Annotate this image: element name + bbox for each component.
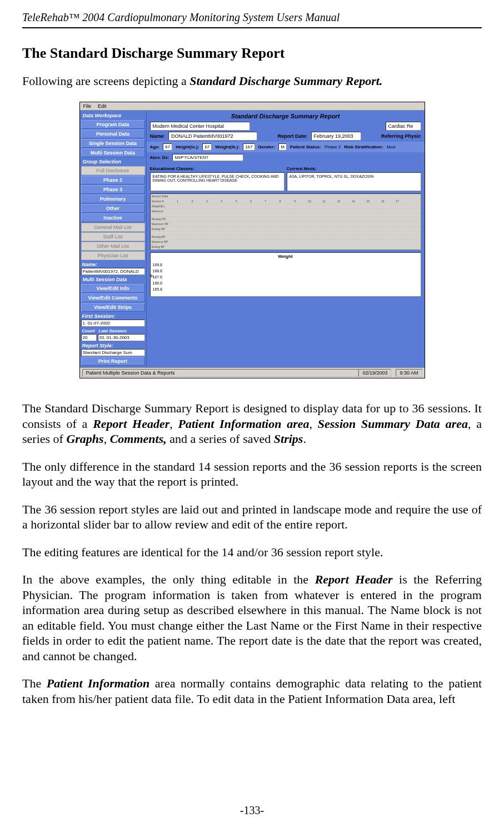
sidebar-last-session-label: Last Session: bbox=[98, 327, 145, 333]
sidebar-item-other-mail: Other Mail List bbox=[81, 242, 145, 251]
table-row-label: Maximum HR bbox=[152, 222, 171, 226]
paragraph-2: The only difference in the standard 14 s… bbox=[22, 459, 482, 490]
emphasis: Patient Information bbox=[47, 676, 150, 690]
weight-chart: Weight lb. 169.8 168.8 167.0 166.0 165.8 bbox=[150, 252, 421, 297]
sidebar-last-session-input[interactable]: 20. 01-30-2003 bbox=[98, 334, 145, 341]
sidebar-item-pulmonary[interactable]: Pulmonary bbox=[81, 194, 145, 203]
y-tick: 165.8 bbox=[153, 286, 163, 292]
sidebar-group-group-selection: Group Selection bbox=[81, 158, 145, 166]
paragraph-1: The Standard Discharge Summary Report is… bbox=[22, 401, 482, 447]
menu-edit[interactable]: Edit bbox=[98, 103, 107, 109]
header-rule bbox=[22, 27, 482, 28]
sidebar-item-physician-list: Physician List bbox=[81, 251, 145, 260]
statusbar: Patient Multiple Session Data & Reports … bbox=[80, 367, 425, 378]
edu-title: Educational Classes: bbox=[150, 165, 285, 172]
y-tick: 166.0 bbox=[153, 280, 163, 286]
sidebar-item-phase2[interactable]: Phase 2 bbox=[81, 176, 145, 184]
sidebar-item-personal-data[interactable]: Personal Data bbox=[81, 129, 145, 138]
status-label: Patient Status: bbox=[290, 144, 321, 149]
sidebar-report-style-input[interactable]: Standard Discharge Sum bbox=[81, 349, 145, 356]
height-label: Height(in.): bbox=[176, 144, 199, 149]
sidebar-item-other[interactable]: Other bbox=[81, 204, 145, 213]
y-tick: 169.8 bbox=[153, 262, 163, 268]
section-title: The Standard Discharge Summary Report bbox=[22, 45, 482, 62]
report-header-row1: Modern Medical Center Hospital Cardiac R… bbox=[147, 122, 425, 132]
sidebar-item-single-session[interactable]: Single Session Data bbox=[81, 139, 145, 148]
sidebar: Data Workspace Program Data Personal Dat… bbox=[80, 111, 147, 367]
text: The bbox=[22, 676, 47, 690]
table-row-label: Session Date bbox=[152, 194, 171, 198]
status-time: 9:30 AM bbox=[396, 369, 422, 377]
report-title: Standard Discharge Summary Report bbox=[147, 111, 425, 122]
hospital-name-field[interactable]: Modern Medical Center Hospital bbox=[150, 122, 250, 131]
sidebar-item-inactive[interactable]: Inactive bbox=[81, 213, 145, 222]
sidebar-name-input[interactable]: PatientMV001972, DONALD bbox=[81, 268, 145, 275]
height-input[interactable]: 67 bbox=[202, 143, 212, 151]
table-row-label: Ending BP bbox=[152, 245, 171, 248]
emphasis: Session Summary Data area bbox=[318, 417, 468, 431]
abrv-input[interactable]: MI/PTCA/STENT bbox=[172, 154, 243, 161]
sidebar-item-view-edit-info[interactable]: View/Edit Info bbox=[81, 284, 145, 293]
sidebar-item-multi-session[interactable]: Multi Session Data bbox=[81, 148, 145, 157]
session-data-table[interactable]: Session Date················· Session #1… bbox=[150, 193, 421, 250]
sidebar-group-multi-session-data: Multi Session Data bbox=[81, 276, 145, 283]
weight-label: Weight(lb.): bbox=[215, 144, 239, 149]
menu-file[interactable]: File bbox=[83, 103, 92, 109]
status-date: 02/19/2003 bbox=[358, 369, 391, 377]
report-date-label: Report Date: bbox=[277, 133, 307, 139]
cardiac-field[interactable]: Cardiac Re bbox=[386, 122, 421, 131]
meds-content[interactable]: ASA, LIPITOR, TOPROL, NTG SL, DOXAZOSIN bbox=[287, 172, 421, 191]
sidebar-item-staff-list: Staff List bbox=[81, 232, 145, 241]
page-number: -133- bbox=[0, 804, 504, 817]
age-input[interactable]: 67 bbox=[163, 143, 172, 151]
table-row-label: Ending HR bbox=[152, 227, 171, 231]
sidebar-item-print-report[interactable]: Print Report bbox=[81, 357, 145, 366]
emphasis: Report Header bbox=[315, 572, 393, 586]
edu-content[interactable]: EATING FOR A HEALTHY LIFESTYLE, PULSE CH… bbox=[150, 172, 285, 191]
risk-label: Risk Stratification: bbox=[344, 144, 383, 149]
edu-meds-row: Educational Classes: EATING FOR A HEALTH… bbox=[147, 163, 425, 192]
text: , bbox=[309, 417, 317, 431]
emphasis: Graphs bbox=[66, 432, 103, 446]
sidebar-item-view-edit-comments[interactable]: View/Edit Comments bbox=[81, 293, 145, 302]
report-date-field: February 19,2003 bbox=[311, 132, 361, 141]
table-row-label: Weight(lb.) bbox=[152, 204, 171, 208]
text: , bbox=[104, 432, 110, 446]
sidebar-first-session-input[interactable]: 1. 01-07-2002 bbox=[81, 320, 145, 327]
sidebar-group-data-workspace: Data Workspace bbox=[81, 112, 145, 119]
sidebar-first-session-label: First Session: bbox=[81, 312, 145, 319]
content-pane: Standard Discharge Summary Report Modern… bbox=[147, 111, 425, 367]
weight-chart-yaxis: 169.8 168.8 167.0 166.0 165.8 bbox=[153, 262, 163, 292]
gender-input[interactable]: M bbox=[278, 143, 287, 151]
weight-input[interactable]: 167 bbox=[243, 143, 255, 151]
emphasis: Patient Information area bbox=[178, 417, 310, 431]
meds-title: Current Meds: bbox=[287, 165, 421, 172]
emphasis: Strips bbox=[274, 432, 303, 446]
abrv-label: Abrv. Dx: bbox=[150, 155, 169, 160]
sidebar-item-view-edit-strips[interactable]: View/Edit Strips bbox=[81, 303, 145, 312]
status-value: Phase 2 bbox=[325, 144, 341, 149]
table-row-label: Maximum bbox=[152, 210, 171, 213]
paragraph-5: In the above examples, the only thing ed… bbox=[22, 572, 482, 664]
sidebar-name-label: Name: bbox=[81, 261, 145, 267]
table-row-label: Resting HR bbox=[152, 217, 171, 221]
menubar: File Edit bbox=[80, 102, 425, 111]
sidebar-count-label: Count bbox=[81, 327, 97, 333]
patient-info-bar: Age: 67 Height(in.): 67 Weight(lb.): 167… bbox=[147, 142, 425, 152]
text: , bbox=[169, 417, 178, 431]
text: . bbox=[303, 432, 306, 446]
age-label: Age: bbox=[150, 144, 160, 149]
sidebar-count-input[interactable]: 20 bbox=[81, 334, 97, 341]
name-label: Name: bbox=[150, 133, 166, 139]
sidebar-item-program-data[interactable]: Program Data bbox=[81, 120, 145, 129]
weight-chart-title: Weight bbox=[151, 253, 421, 260]
intro-paragraph: Following are screens depicting a Standa… bbox=[22, 74, 482, 88]
running-header: TeleRehab™ 2004 Cardiopulmonary Monitori… bbox=[22, 11, 482, 24]
sidebar-item-phase3[interactable]: Phase 3 bbox=[81, 185, 145, 194]
emphasis: Report Header bbox=[93, 417, 169, 431]
emphasis: Comments, bbox=[110, 432, 167, 446]
report-header-row2: Name: DONALD PatientMV001972 Report Date… bbox=[147, 132, 425, 142]
sidebar-item-general-mail: General Mail List bbox=[81, 223, 145, 232]
abrv-dx-row: Abrv. Dx: MI/PTCA/STENT bbox=[147, 152, 425, 163]
status-left: Patient Multiple Session Data & Reports bbox=[82, 369, 359, 377]
